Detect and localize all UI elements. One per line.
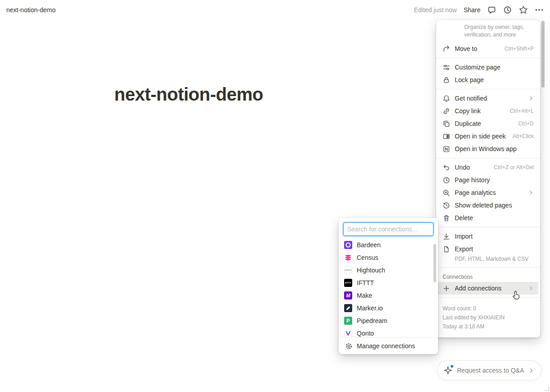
menu-footer: Word count: 0 Last edited by XHXIAIEIN T… — [436, 300, 540, 337]
restore-clock-icon — [443, 202, 450, 209]
chevron-right-icon — [528, 96, 534, 101]
marker-io-logo — [344, 304, 352, 312]
menu-divider — [436, 89, 540, 89]
favorite-star-icon[interactable] — [519, 5, 528, 14]
list-item-pipedream[interactable]: P Pipedream — [340, 314, 436, 327]
menu-item-shortcut: Alt+Click — [513, 133, 534, 139]
menu-item-label: Export — [455, 245, 473, 253]
plus-icon — [443, 285, 450, 292]
chevron-right-icon — [528, 190, 534, 195]
connections-section-header: Connections — [436, 270, 540, 282]
more-options-icon[interactable] — [535, 5, 544, 14]
menu-item-label: Copy link — [455, 107, 481, 115]
menu-item-get-notified[interactable]: Get notified — [438, 92, 538, 105]
connection-name: Make — [357, 292, 372, 299]
list-item-bardeen[interactable]: Bardeen — [340, 239, 436, 251]
chevron-right-icon — [528, 286, 534, 291]
connection-name: Hightouch — [357, 267, 385, 274]
connection-name: Census — [357, 254, 378, 261]
qonto-logo — [344, 329, 352, 337]
topbar-actions: Edited just now Share — [414, 5, 544, 14]
menu-item-add-connections[interactable]: Add connections — [438, 282, 538, 295]
menu-divider — [436, 267, 540, 267]
menu-item-customize-page[interactable]: Customize page — [438, 61, 538, 74]
notification-dot — [451, 365, 453, 368]
move-to-icon — [443, 45, 450, 53]
last-edited-by: Last edited by XHXIAIEIN — [443, 313, 534, 322]
menu-item-page-analytics[interactable]: Page analytics — [438, 186, 538, 199]
menu-item-label: Delete — [455, 214, 473, 221]
resize-corner — [545, 387, 549, 391]
list-item-hightouch[interactable]: HIGHTOUCH Hightouch — [340, 264, 436, 277]
menu-item-label: Import — [455, 233, 473, 240]
qa-request-button[interactable]: Request access to Q&A — [437, 360, 541, 380]
menu-item-shortcut: Ctrl+Shift+P — [504, 46, 534, 52]
menu-item-lock-page[interactable]: Lock page — [438, 74, 538, 86]
clock-icon — [443, 176, 450, 184]
menu-item-shortcut: Ctrl+Alt+L — [510, 108, 534, 114]
analytics-magnifier-icon — [443, 189, 450, 197]
menu-divider — [436, 158, 540, 158]
connections-list: Bardeen Census HIGHTOUCH Hightouch IFTTT… — [339, 239, 438, 337]
menu-item-label: Customize page — [455, 64, 500, 71]
trash-icon — [443, 214, 450, 222]
connections-search-wrap — [339, 218, 438, 239]
menu-item-open-windows-app[interactable]: Open in Windows app — [438, 143, 538, 155]
manage-connections-button[interactable]: Manage connections — [339, 337, 438, 354]
connection-name: Pipedream — [357, 317, 387, 324]
side-peek-icon — [443, 133, 450, 140]
menu-item-delete[interactable]: Delete — [438, 212, 538, 224]
ifttt-logo: IFTTT — [344, 279, 352, 287]
menu-item-label: Move to — [455, 45, 477, 52]
menu-item-label: Show deleted pages — [455, 202, 512, 209]
bell-icon — [443, 95, 450, 102]
menu-divider — [436, 58, 540, 58]
make-letter: M — [346, 293, 350, 298]
menu-item-label: Open in side peek — [455, 133, 506, 140]
census-logo — [344, 254, 352, 262]
hightouch-wordmark: HIGHTOUCH — [344, 269, 352, 271]
list-item-qonto[interactable]: Qonto — [340, 327, 436, 337]
menu-item-show-deleted-pages[interactable]: Show deleted pages — [438, 199, 538, 212]
menu-item-duplicate[interactable]: Duplicate Ctrl+D — [438, 117, 538, 130]
sliders-icon — [443, 64, 450, 71]
breadcrumb[interactable]: next-notion-demo — [6, 6, 56, 14]
connections-scrollbar[interactable] — [433, 244, 436, 282]
menu-item-import[interactable]: Import — [438, 230, 538, 243]
undo-icon — [443, 164, 450, 171]
share-button[interactable]: Share — [464, 6, 480, 14]
menu-item-move-to[interactable]: Move to Ctrl+Shift+P — [438, 42, 538, 55]
menu-item-shortcut: Ctrl+Z or Alt+Del — [494, 164, 534, 171]
menu-item-undo[interactable]: Undo Ctrl+Z or Alt+Del — [438, 161, 538, 174]
menu-item-label: Get notified — [455, 95, 487, 102]
menu-item-page-history[interactable]: Page history — [438, 174, 538, 186]
page-title[interactable]: next-notion-demo — [114, 84, 263, 105]
ai-sparkle-icon — [443, 365, 453, 375]
connections-popup: Bardeen Census HIGHTOUCH Hightouch IFTTT… — [339, 218, 438, 354]
comments-icon[interactable] — [487, 5, 496, 14]
link-icon — [443, 107, 450, 115]
history-clock-icon[interactable] — [503, 5, 512, 14]
page-options-menu: Organize by owner, tags, verification, a… — [436, 20, 540, 337]
menu-item-copy-link[interactable]: Copy link Ctrl+Alt+L — [438, 105, 538, 117]
topbar: next-notion-demo Edited just now Share — [0, 0, 550, 20]
menu-item-label: Page history — [455, 176, 490, 184]
chevron-right-icon — [528, 368, 534, 374]
menu-item-export[interactable]: Export — [438, 243, 538, 255]
mouse-cursor — [512, 291, 521, 301]
menu-item-open-side-peek[interactable]: Open in side peek Alt+Click — [438, 130, 538, 143]
page-scrollbar[interactable] — [541, 21, 545, 88]
duplicate-icon — [443, 120, 450, 128]
organize-description: Organize by owner, tags, verification, a… — [436, 22, 540, 42]
gear-icon — [345, 342, 352, 350]
ifttt-wordmark: IFTTT — [345, 282, 351, 284]
menu-item-label: Page analytics — [455, 189, 496, 196]
bardeen-logo — [344, 241, 352, 249]
list-item-ifttt[interactable]: IFTTT IFTTT — [340, 277, 436, 289]
list-item-marker-io[interactable]: Marker.io — [340, 302, 436, 314]
list-item-census[interactable]: Census — [340, 251, 436, 264]
connections-search-input[interactable] — [343, 222, 433, 236]
connection-name: Qonto — [357, 330, 374, 337]
list-item-make[interactable]: M Make — [340, 289, 436, 302]
menu-item-shortcut: Ctrl+D — [518, 120, 534, 127]
